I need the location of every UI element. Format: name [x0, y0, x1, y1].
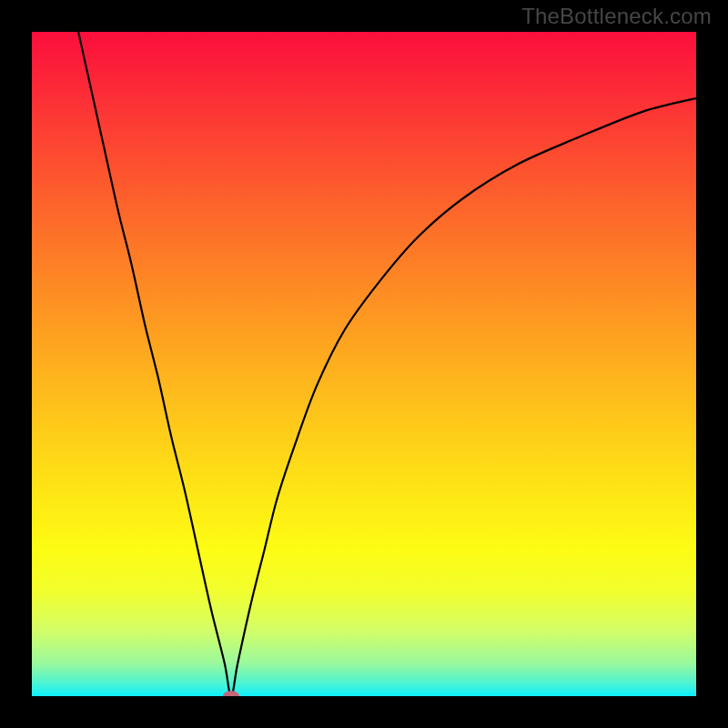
minimum-marker [223, 691, 239, 696]
plot-svg [32, 32, 696, 696]
plot-area [32, 32, 696, 696]
gradient-background [32, 32, 696, 696]
watermark-text: TheBottleneck.com [521, 4, 712, 29]
chart-canvas: TheBottleneck.com [0, 0, 728, 728]
